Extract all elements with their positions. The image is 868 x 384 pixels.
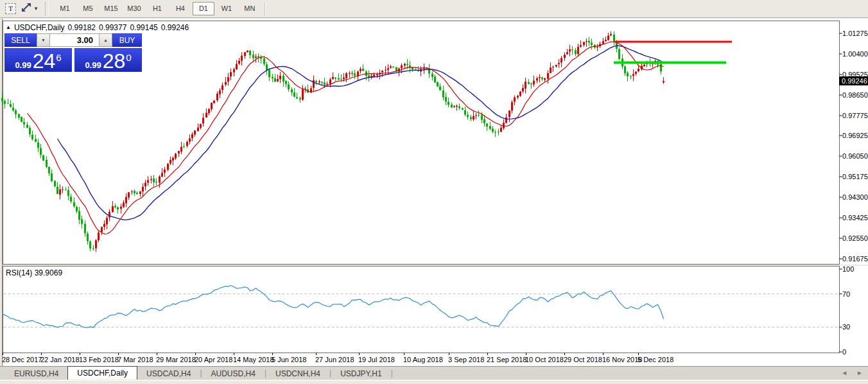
sell-price-prefix: 0.99 <box>15 60 31 70</box>
rsi-tick-0: 0 <box>842 348 846 356</box>
date-tick: 5 Jun 2018 <box>272 356 306 363</box>
buy-price-pip: 0 <box>126 52 131 63</box>
volume-decrease-button[interactable]: ▼ <box>37 33 50 47</box>
buy-price-prefix: 0.99 <box>85 60 101 70</box>
price-tick-1.01275: 1.01275 <box>842 30 868 37</box>
rsi-line <box>3 286 664 328</box>
date-tick: 16 Nov 2018 <box>602 356 642 363</box>
ohlc-high: 0.99377 <box>99 23 126 32</box>
tab-eurusd-h4[interactable]: EURUSD,H4 <box>5 369 67 380</box>
volume-spinner: ▼ 3.00 ▲ <box>37 33 112 47</box>
ohlc-open: 0.99182 <box>68 23 96 32</box>
ohlc-close: 0.99246 <box>161 23 189 32</box>
price-tick-0.95175: 0.95175 <box>842 173 868 180</box>
tab-usdcnh-h4[interactable]: USDCNH,H4 <box>266 369 329 380</box>
sell-price-pip: 6 <box>56 52 61 63</box>
price-tick-1.00400: 1.00400 <box>842 50 868 58</box>
date-tick: 27 Jun 2018 <box>315 356 354 363</box>
date-tick: 29 Mar 2018 <box>156 356 196 363</box>
chart-title: ▲USDCHF,Daily0.991820.993770.991450.9924… <box>6 23 189 32</box>
date-tick: 19 Jul 2018 <box>358 356 395 363</box>
rsi-tick-30: 30 <box>842 323 850 331</box>
chart-tab-bar: EURUSD,H4USDCHF,DailyUSDCAD,H4|AUDUSD,H4… <box>0 366 868 380</box>
date-tick: 21 Sep 2018 <box>487 356 526 363</box>
date-tick: 14 May 2018 <box>233 356 274 363</box>
date-tick: 29 Oct 2018 <box>564 356 602 363</box>
sell-price-card[interactable]: 0.99 24 6 <box>4 48 72 72</box>
price-tick-0.92550: 0.92550 <box>842 234 868 242</box>
rsi-tick-100: 100 <box>842 265 854 273</box>
tab-audusd-h4[interactable]: AUDUSD,H4 <box>202 369 265 380</box>
date-tick: 13 Feb 2018 <box>79 356 119 363</box>
current-price-tag: 0.99246 <box>839 76 868 85</box>
price-tick-0.96050: 0.96050 <box>842 152 868 160</box>
date-tick: 5 Dec 2018 <box>638 356 673 363</box>
volume-input[interactable]: 3.00 <box>50 33 99 47</box>
tab-usdchf-daily[interactable]: USDCHF,Daily <box>67 366 137 380</box>
sell-button[interactable]: SELL <box>4 33 37 47</box>
sell-price-big: 24 <box>33 50 56 72</box>
price-tick-0.93425: 0.93425 <box>842 214 868 222</box>
rsi-tick-70: 70 <box>842 290 850 298</box>
price-tick-0.98650: 0.98650 <box>842 91 868 99</box>
tab-separator: | <box>391 369 393 378</box>
price-tick-0.94300: 0.94300 <box>842 193 868 201</box>
tab-usdjpy-h1[interactable]: USDJPY,H1 <box>331 369 390 380</box>
buy-price-big: 28 <box>103 50 126 72</box>
buy-button[interactable]: BUY <box>112 33 142 47</box>
date-tick: 3 Sep 2018 <box>448 356 484 363</box>
date-tick: 20 Apr 2018 <box>195 356 232 363</box>
status-bar <box>0 380 868 384</box>
price-tick-0.97775: 0.97775 <box>842 112 868 119</box>
expand-triangle-icon[interactable]: ▲ <box>6 24 11 30</box>
volume-increase-button[interactable]: ▲ <box>99 33 112 47</box>
buy-price-card[interactable]: 0.99 28 0 <box>74 48 142 72</box>
date-tick: 10 Aug 2018 <box>403 356 443 363</box>
current-price-value: 0.99246 <box>842 77 867 85</box>
tab-scroll-right-icon[interactable]: ► <box>856 369 863 376</box>
ohlc-low: 0.99145 <box>130 23 157 32</box>
rsi-indicator-label: RSI(14) 39.9069 <box>6 268 62 277</box>
date-tick: 22 Jan 2018 <box>40 356 80 363</box>
tab-usdcad-h4[interactable]: USDCAD,H4 <box>137 369 200 380</box>
chart-objects-layer[interactable] <box>614 42 732 63</box>
date-tick: 7 Mar 2018 <box>117 356 153 363</box>
date-tick: 10 Oct 2018 <box>525 356 564 363</box>
one-click-trading-panel: SELL ▼ 3.00 ▲ BUY 0.99 24 6 0.99 28 0 <box>4 33 142 72</box>
chart-symbol-label: USDCHF,Daily <box>14 23 65 32</box>
date-tick: 28 Dec 2017 <box>2 356 42 363</box>
price-tick-0.91675: 0.91675 <box>842 255 868 263</box>
tab-scroll-left-icon[interactable]: ◄ <box>841 369 847 376</box>
price-tick-0.96925: 0.96925 <box>842 132 868 139</box>
